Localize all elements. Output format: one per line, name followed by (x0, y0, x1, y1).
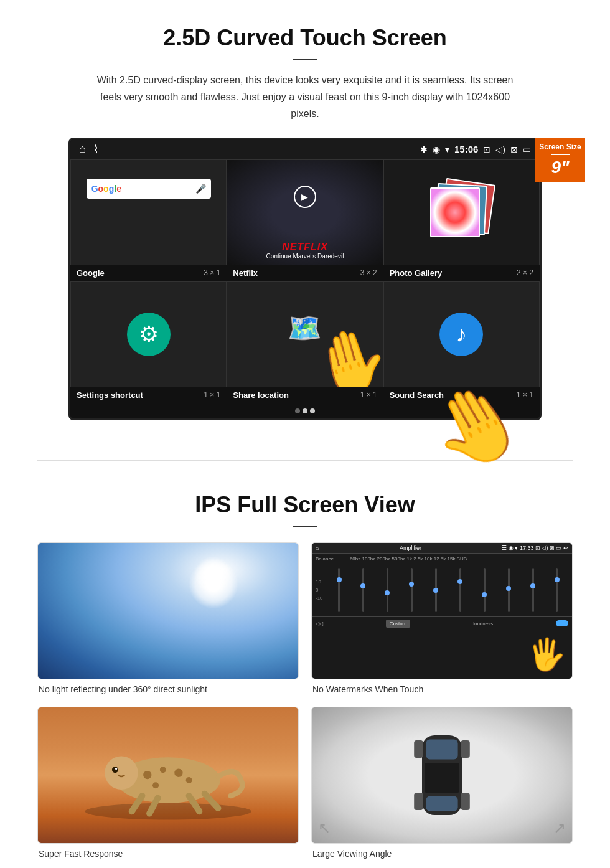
eq-slider-1[interactable] (328, 565, 350, 615)
amp-bottom-bar: ◁◁ Custom loudness (312, 616, 572, 630)
settings-content: ⚙ (71, 282, 226, 387)
google-label-row: Google 3 × 1 (70, 265, 227, 281)
eq-slider-handle-1 (337, 577, 342, 582)
viewing-angle-arrow: ↗ (553, 819, 566, 837)
photo-label: Photo Gallery (390, 268, 443, 278)
settings-label: Settings shortcut (77, 390, 143, 400)
camera-icon: ⊡ (483, 144, 490, 154)
status-right: ✱ ◉ ▾ 15:06 ⊡ ◁) ⊠ ▭ (420, 144, 531, 154)
eq-slider-handle-7 (482, 592, 487, 597)
app-grid-row1: Google 🎤 ▶ NETFLIX Continue (70, 159, 540, 265)
amp-freq-values: 60hz 100hz 200hz 500hz 1k 2.5k 10k 12.5k… (350, 556, 467, 562)
eq-slider-track-3 (387, 568, 388, 612)
cheetah-svg (64, 723, 272, 827)
google-search-bar[interactable]: Google 🎤 (87, 179, 211, 199)
google-size: 3 × 1 (204, 268, 220, 277)
google-label: Google (77, 268, 105, 278)
svg-point-4 (174, 769, 182, 777)
cheetah-visual (38, 707, 298, 843)
share-label-row: Share location 1 × 1 (227, 387, 383, 403)
eq-slider-handle-3 (385, 590, 390, 595)
app-grid-row2: ⚙ 🗺️ 🤚 ♪ (70, 281, 540, 387)
eq-slider-track-7 (484, 568, 486, 612)
label-row-1: Google 3 × 1 Netflix 3 × 2 Photo Gallery… (70, 265, 540, 281)
status-bar: ⌂ ⌇ ✱ ◉ ▾ 15:06 ⊡ ◁) ⊠ ▭ (70, 139, 540, 159)
eq-slider-track-4 (411, 568, 413, 612)
device-screen: ⌂ ⌇ ✱ ◉ ▾ 15:06 ⊡ ◁) ⊠ ▭ (68, 138, 542, 420)
eq-slider-9[interactable] (522, 565, 544, 615)
svg-point-5 (185, 777, 192, 783)
sunlight-card: No light reflecting under 360° direct su… (37, 542, 299, 694)
sound-icon-circle: ♪ (439, 313, 483, 356)
car-card: ↗ ↖ Large Viewing Angle (311, 707, 573, 859)
amp-loudness-label: loudness (473, 621, 493, 626)
photo-gallery-app-cell[interactable] (383, 159, 540, 265)
amp-prev-icon[interactable]: ◁◁ (316, 621, 323, 626)
curved-title: 2.5D Curved Touch Screen (37, 25, 573, 51)
screen-size-label: Screen Size (539, 143, 581, 151)
sunlight-image (37, 542, 299, 679)
eq-slider-5[interactable] (425, 565, 447, 615)
eq-slider-handle-6 (458, 579, 462, 584)
sun-glow (189, 559, 238, 609)
car-visual: ↗ ↖ (312, 707, 572, 843)
eq-slider-7[interactable] (473, 565, 495, 615)
amp-custom-btn[interactable]: Custom (386, 620, 411, 628)
amp-home-icon: ⌂ (316, 545, 319, 551)
svg-rect-21 (461, 793, 469, 810)
car-svg (411, 725, 473, 825)
share-label: Share location (233, 390, 289, 400)
eq-slider-6[interactable] (449, 565, 471, 615)
eq-slider-2[interactable] (352, 565, 375, 615)
eq-slider-handle-2 (360, 583, 365, 588)
dot-3 (310, 408, 315, 413)
eq-slider-track-9 (532, 568, 534, 612)
eq-slider-3[interactable] (376, 565, 398, 615)
play-button[interactable]: ▶ (294, 186, 316, 208)
google-app-cell[interactable]: Google 🎤 (70, 159, 227, 265)
netflix-label: Netflix (233, 268, 258, 278)
sound-search-app-cell[interactable]: ♪ (383, 281, 540, 387)
bluetooth-icon: ✱ (420, 144, 428, 154)
eq-slider-8[interactable] (497, 565, 520, 615)
screen-size-badge: Screen Size 9" (535, 138, 585, 182)
amp-title: Amplifier (400, 545, 421, 551)
home-icon[interactable]: ⌂ (79, 143, 86, 156)
eq-slider-track-2 (362, 568, 364, 612)
amp-balance-label: Balance (316, 556, 334, 562)
svg-rect-20 (414, 793, 423, 810)
eq-slider-4[interactable] (400, 565, 423, 615)
touch-hand-icon: 🖐 (527, 636, 566, 672)
window-icon: ▭ (523, 144, 531, 154)
cheetah-image (37, 707, 299, 844)
netflix-size: 3 × 2 (360, 268, 377, 277)
amp-db-neg10: -10 (316, 595, 323, 601)
netflix-content: ▶ NETFLIX Continue Marvel's Daredevil (227, 160, 382, 265)
netflix-overlay: NETFLIX Continue Marvel's Daredevil (227, 237, 382, 265)
svg-point-6 (152, 782, 159, 788)
amplifier-wrapper: ⌂ Amplifier ☰ ◉ ▾ 17:33 ⊡ ◁) ⊠ ▭ ↩ Balan… (312, 543, 572, 679)
eq-slider-10[interactable] (546, 565, 568, 615)
mic-icon[interactable]: 🎤 (195, 184, 206, 194)
status-time: 15:06 (454, 144, 478, 154)
share-location-app-cell[interactable]: 🗺️ 🤚 (227, 281, 383, 387)
share-size: 1 × 1 (360, 390, 377, 399)
feature-image-grid: No light reflecting under 360° direct su… (37, 542, 573, 859)
screen-size-value: 9" (551, 158, 570, 177)
location-icon: ◉ (433, 144, 440, 154)
settings-app-cell[interactable]: ⚙ (70, 281, 227, 387)
flower-image (431, 189, 479, 236)
eq-slider-track-8 (508, 568, 510, 612)
svg-rect-16 (425, 763, 459, 793)
amp-db-labels: 10 0 -10 (316, 579, 323, 601)
amp-db-0: 0 (316, 587, 323, 593)
amp-toggle[interactable] (556, 620, 568, 626)
netflix-app-cell[interactable]: ▶ NETFLIX Continue Marvel's Daredevil (227, 159, 383, 265)
car-image: ↗ ↖ (311, 707, 573, 844)
netflix-logo: NETFLIX (233, 242, 376, 253)
amplifier-card: ⌂ Amplifier ☰ ◉ ▾ 17:33 ⊡ ◁) ⊠ ▭ ↩ Balan… (311, 542, 573, 694)
eq-slider-handle-10 (555, 577, 560, 582)
cheetah-caption: Super Fast Response (37, 849, 299, 859)
dot-2 (303, 408, 307, 413)
dot-1 (295, 408, 300, 413)
